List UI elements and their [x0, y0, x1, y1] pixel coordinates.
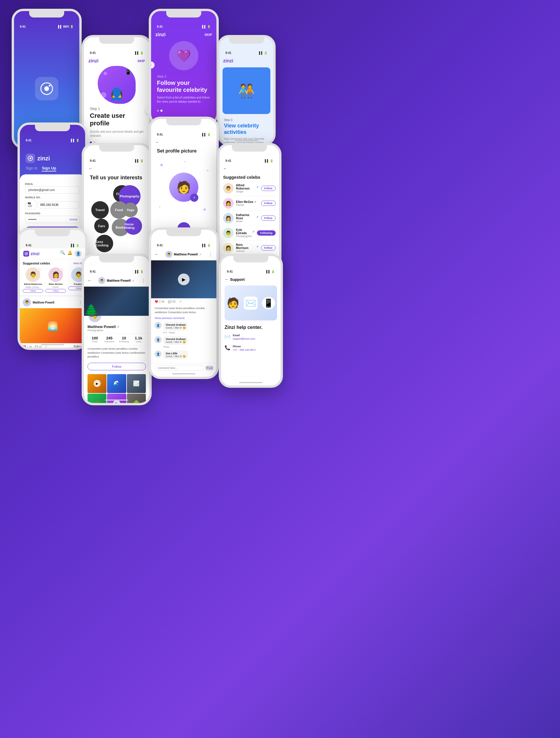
options-icon[interactable]: ⋮	[208, 252, 213, 257]
notch	[35, 230, 70, 236]
comment-input[interactable]	[155, 365, 204, 371]
svg-point-8	[27, 253, 27, 253]
media-cell[interactable]: 🌿	[87, 394, 106, 405]
page-title: Support	[230, 277, 245, 282]
profile-picture-area: 🧑 +	[151, 155, 216, 219]
media-cell[interactable]: 🌳	[127, 394, 146, 405]
view-all-link[interactable]: View All	[73, 262, 82, 265]
follow-button[interactable]: Follow	[261, 245, 276, 251]
progress-dots	[151, 107, 216, 114]
svg-point-4	[29, 157, 31, 159]
like-action[interactable]: ♥ 3	[163, 331, 167, 334]
post-user-text: Matthew Powell	[33, 301, 54, 304]
skip-button[interactable]: SKIP	[205, 33, 212, 36]
time: 9:41	[26, 244, 31, 247]
celeb-role: Painter	[236, 204, 259, 207]
notch	[232, 145, 267, 151]
follow-button[interactable]: Follow	[74, 345, 82, 348]
interest-cars[interactable]: Cars	[94, 219, 109, 233]
bottom-handle	[41, 344, 64, 345]
prev-arrow[interactable]: ‹	[149, 61, 155, 68]
email-value[interactable]: support@zinzi.com	[233, 337, 255, 340]
followers-count: 245	[102, 336, 117, 340]
time: 9:41	[157, 25, 163, 28]
poster-info: 👨 Matthew Powell ✓	[98, 277, 134, 284]
back-button[interactable]: ←	[156, 140, 160, 144]
logo-icon	[39, 81, 54, 96]
celeb-name: Nora Morrison ✓	[236, 243, 259, 250]
celeb-avatar: 👩	[223, 243, 234, 253]
back-button[interactable]: ←	[225, 277, 229, 282]
dismiss-button[interactable]: ×	[59, 267, 64, 271]
profile-picture-main[interactable]: 🧑 +	[169, 172, 198, 202]
options-icon[interactable]: ⋮	[141, 278, 146, 283]
top-navigation: zinzi 🔍 🔔 👤	[20, 249, 85, 259]
step-label: Step 3	[224, 118, 269, 121]
follow-button[interactable]: Follow	[261, 216, 276, 221]
search-icon[interactable]: 🔍	[60, 250, 65, 257]
back-button[interactable]: ←	[223, 166, 227, 171]
contact-details: Phone +27 - 458-145-9871	[233, 345, 256, 351]
follow-button[interactable]: Follow	[261, 186, 276, 191]
media-cell[interactable]: 🌫️	[127, 374, 146, 393]
notch	[233, 256, 268, 263]
email-field[interactable]	[25, 186, 80, 194]
back-button[interactable]: ←	[87, 278, 91, 283]
status-bar: 9:41 ▌▌ 🔋	[221, 262, 281, 275]
share-icon[interactable]: ↗	[179, 300, 182, 303]
notch	[166, 119, 201, 125]
poster-info: 👨 Matthew Powell ✓	[166, 251, 202, 258]
follow-button[interactable]: Follow	[261, 201, 276, 206]
media-cell[interactable]: 🌊	[107, 374, 126, 393]
signal-icons: ▌▌ WiFi 🔋	[58, 25, 73, 28]
interest-horse-riding[interactable]: Horse Riding	[124, 217, 142, 235]
celeb-name: Katharine Rose ✓	[236, 214, 259, 220]
interest-travel[interactable]: Travel	[91, 201, 109, 219]
phone-value[interactable]: +27 - 458-145-9871	[233, 348, 256, 351]
avatar[interactable]: 👤	[75, 250, 82, 257]
phone-contact: 📞 Phone +27 - 458-145-9871	[221, 343, 281, 354]
time: 9:41	[20, 25, 26, 28]
follow-button[interactable]: Follow	[23, 289, 43, 293]
follow-button[interactable]: Follow	[68, 286, 82, 290]
celeb-avatar: 👩	[223, 198, 234, 209]
edit-picture-button[interactable]: +	[190, 194, 198, 202]
notification-icon[interactable]: 🔔	[67, 250, 72, 257]
interest-yoga[interactable]: Yoga	[123, 203, 138, 217]
share-icon[interactable]: ↗	[45, 345, 47, 348]
follow-button[interactable]: Follow	[45, 289, 66, 293]
interest-easy-cooking[interactable]: Easy Cooking	[96, 235, 113, 252]
country-code[interactable]: 🇿🇦 +27	[25, 200, 36, 210]
play-button[interactable]: ▶	[178, 274, 190, 285]
mobile-field[interactable]	[38, 201, 80, 209]
show-comments-link[interactable]: Show previous comments	[151, 316, 216, 320]
celeb-role: Singer	[236, 190, 259, 193]
back-button[interactable]: ←	[155, 252, 159, 257]
suggested-celebs-section: Suggested celebs View All 👨 × Alfred Rob…	[20, 259, 85, 295]
post-avatar[interactable]: 👨	[23, 298, 31, 307]
reply-action[interactable]: Reply	[163, 346, 169, 348]
reply-action[interactable]: Reply	[169, 331, 175, 334]
skip-button[interactable]: SKIP	[137, 59, 145, 63]
tab-signin[interactable]: Sign In	[26, 166, 37, 171]
following-button[interactable]: Following	[257, 230, 276, 236]
step-desc: Select from a list of celebrities and fo…	[157, 96, 211, 104]
dot-decor	[161, 164, 163, 166]
back-button[interactable]: ←	[88, 166, 92, 171]
bottom-handle	[239, 382, 263, 383]
logo-text: zinzi	[37, 155, 50, 162]
comment-bubble: Vincent Graham Good, I like it! 😊	[163, 322, 188, 331]
follow-button[interactable]: Follow	[87, 363, 146, 370]
show-password-button[interactable]: SHOW	[69, 218, 77, 221]
post-comment-button[interactable]: Post	[206, 366, 213, 370]
dismiss-button[interactable]: ×	[37, 267, 41, 271]
celeb-avatar: 👨	[223, 183, 234, 194]
celeb-avatar: 👩	[223, 213, 234, 223]
mobile-input-group: 🇿🇦 +27	[25, 200, 80, 210]
media-cell[interactable]: ▶	[87, 374, 106, 393]
phone-view-activities: 9:41 ▌▌ 🔋 zinzi 🧑‍🤝‍🧑 Step 3 View celebr…	[217, 35, 276, 146]
tab-signup[interactable]: Sign Up	[42, 166, 56, 171]
page-title: Tell us your interests	[84, 173, 149, 182]
time: 9:41	[90, 270, 96, 273]
decor-bubble2	[103, 72, 107, 75]
